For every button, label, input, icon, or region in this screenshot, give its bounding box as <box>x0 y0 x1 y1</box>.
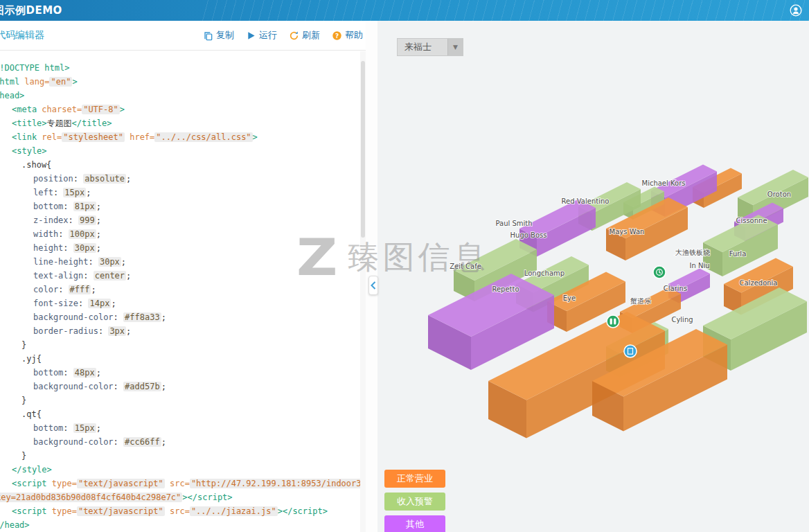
code-line: <script type="text/javascript" src="http… <box>0 477 366 490</box>
store-label: Calzedonia <box>740 279 778 287</box>
store-label: Repetto <box>492 285 519 293</box>
store-label: Michael Kors <box>642 179 686 187</box>
chevron-left-icon <box>371 281 376 290</box>
chevron-down-icon[interactable]: ▼ <box>447 39 463 55</box>
svg-text:?: ? <box>335 32 339 39</box>
copy-button[interactable]: 复制 <box>203 29 234 42</box>
mall-selector-value: 来福士 <box>398 39 447 55</box>
code-line: .yj{ <box>0 352 366 366</box>
code-line: text-align: center; <box>0 269 366 283</box>
code-line: background-color: #ff8a33; <box>0 310 366 324</box>
code-line: color: #fff; <box>0 283 366 296</box>
help-icon: ? <box>332 30 342 41</box>
code-line: } <box>0 338 366 352</box>
scrollbar-thumb[interactable] <box>361 61 365 238</box>
code-line: left: 15px; <box>0 186 366 200</box>
store-label: Cyling <box>671 316 693 323</box>
code-line: <meta charset="UTF-8"> <box>0 103 366 116</box>
map-blocks[interactable] <box>428 165 808 438</box>
mall-selector[interactable]: 来福士 ▼ <box>397 38 463 56</box>
code-line: .qt{ <box>0 407 366 421</box>
code-line: </style> <box>0 463 366 477</box>
run-button-label: 运行 <box>259 29 277 42</box>
code-line: bottom: 48px; <box>0 366 366 380</box>
collapse-panel-button[interactable] <box>368 276 378 295</box>
code-line: border-radius: 3px; <box>0 324 366 338</box>
code-line: width: 100px; <box>0 227 366 241</box>
store-label: Longchamp <box>524 269 564 277</box>
editor-toolbar: 代码编辑器 复制 运行 刷新 <box>0 21 366 51</box>
clock-marker-icon[interactable] <box>653 266 666 278</box>
app-header: 图示例DEMO <box>0 0 809 21</box>
store-label: Clarins <box>664 285 687 292</box>
code-line: <!DOCTYPE html> <box>0 61 366 75</box>
code-line: <script type="text/javascript" src="../.… <box>0 504 366 518</box>
legend-normal-business[interactable]: 正常营业 <box>384 470 445 488</box>
map-legend: 正常营业 收入预警 其他 <box>384 470 445 532</box>
refresh-icon <box>289 30 299 41</box>
store-label: 大渔铁板烧 <box>675 249 710 256</box>
code-line: } <box>0 449 366 463</box>
refresh-button[interactable]: 刷新 <box>289 29 320 42</box>
code-line: position: absolute; <box>0 172 366 186</box>
code-line: background-color: #cc66ff; <box>0 435 366 449</box>
refresh-button-label: 刷新 <box>302 29 320 42</box>
code-line: line-height: 30px; <box>0 255 366 269</box>
code-lines: <!DOCTYPE html><html lang="en"><head><me… <box>0 61 366 532</box>
code-editor[interactable]: <!DOCTYPE html><html lang="en"><head><me… <box>0 51 366 532</box>
code-line: .show{ <box>0 158 366 172</box>
user-icon[interactable] <box>790 4 802 19</box>
help-button-label: 帮助 <box>345 29 363 42</box>
legend-other[interactable]: 其他 <box>384 515 445 532</box>
code-editor-panel: 代码编辑器 复制 运行 刷新 <box>0 21 366 532</box>
code-line: bottom: 15px; <box>0 421 366 435</box>
code-line: background-color: #add57b; <box>0 380 366 393</box>
store-label: Eye <box>563 294 576 302</box>
code-line: <html lang="en"> <box>0 75 366 89</box>
store-label: Oroton <box>767 190 791 198</box>
store-label: Hugo Boss <box>510 231 547 239</box>
code-line: key=21ad0bd836b90d08f4cf640b4c298e7c"></… <box>0 490 366 504</box>
map-panel: Michael KorsRed ValentinoPaul SmithHugo … <box>377 21 809 532</box>
code-line: } <box>0 393 366 407</box>
code-line: <head> <box>0 89 366 103</box>
page-title: 图示例DEMO <box>0 0 809 21</box>
code-line: </head> <box>0 518 366 532</box>
code-line: font-size: 14px; <box>0 296 366 310</box>
run-button[interactable]: 运行 <box>246 29 277 42</box>
code-scrollbar[interactable] <box>360 51 366 532</box>
store-label: Red Valentino <box>562 197 610 205</box>
store-label: Mays Wan <box>610 228 645 236</box>
store-label: Zeit Cafe <box>450 263 481 270</box>
code-line: height: 30px; <box>0 241 366 255</box>
copy-icon <box>203 30 213 41</box>
panel-divider <box>366 21 377 532</box>
store-label: Paul Smith <box>495 220 532 227</box>
restroom-marker-icon[interactable] <box>607 315 619 328</box>
store-label: 蟹道乐 <box>630 297 651 305</box>
run-icon <box>246 30 256 41</box>
code-line: bottom: 81px; <box>0 200 366 213</box>
store-label: Furla <box>729 250 747 258</box>
code-line: z-index: 999; <box>0 213 366 227</box>
copy-button-label: 复制 <box>216 29 234 42</box>
indoor-map[interactable]: Michael KorsRed ValentinoPaul SmithHugo … <box>377 21 809 532</box>
editor-title: 代码编辑器 <box>0 29 44 42</box>
store-label: In Niu <box>689 262 709 269</box>
toolbar-buttons: 复制 运行 刷新 ? 帮助 <box>191 29 363 42</box>
legend-revenue-warning[interactable]: 收入预警 <box>384 493 445 511</box>
store-label: Cissonne <box>736 217 767 224</box>
elevator-marker-icon[interactable] <box>624 345 637 357</box>
help-button[interactable]: ? 帮助 <box>332 29 363 42</box>
code-line: <link rel="stylesheet" href="../../css/a… <box>0 130 366 144</box>
code-line: <style> <box>0 144 366 158</box>
code-line: <title>专题图</title> <box>0 116 366 130</box>
